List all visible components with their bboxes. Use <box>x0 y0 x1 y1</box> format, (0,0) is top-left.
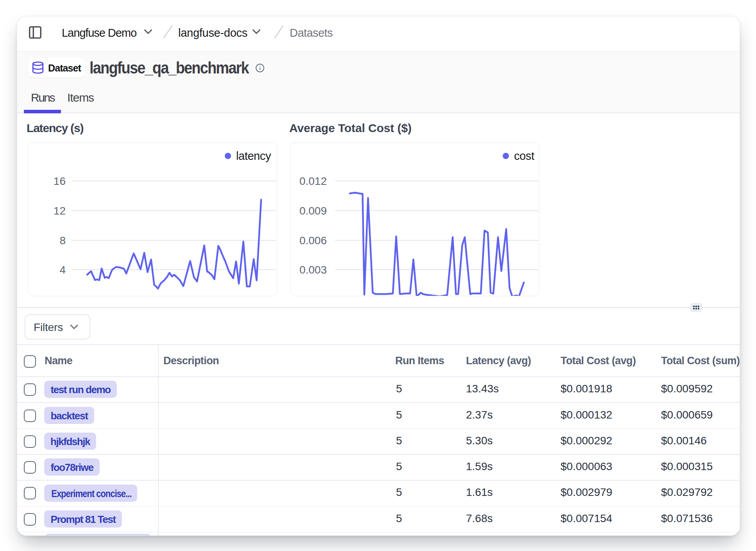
svg-text:0.012: 0.012 <box>299 175 327 187</box>
svg-text:0.006: 0.006 <box>299 234 327 247</box>
svg-text:4: 4 <box>59 264 66 276</box>
svg-text:8: 8 <box>59 234 66 247</box>
svg-text:0.003: 0.003 <box>299 264 327 276</box>
svg-text:16: 16 <box>54 175 66 187</box>
svg-text:12: 12 <box>54 205 66 217</box>
svg-text:0.009: 0.009 <box>299 205 327 217</box>
